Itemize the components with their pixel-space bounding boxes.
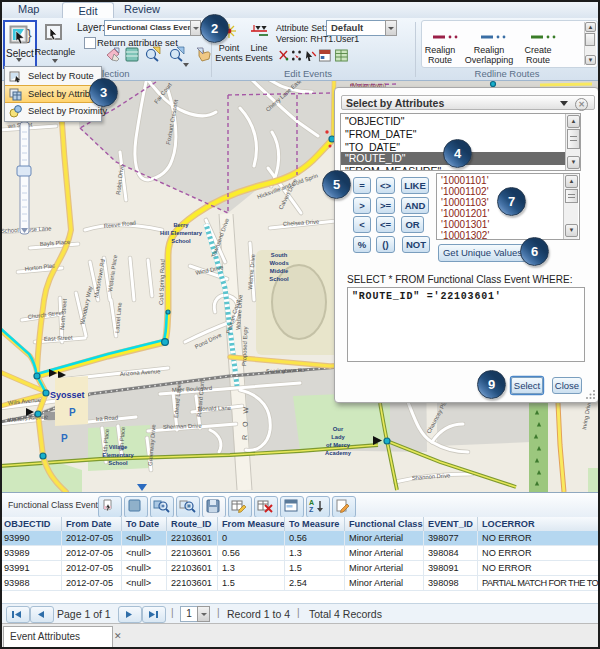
- svg-text:P: P: [69, 407, 76, 418]
- svg-text:Hill Elementary: Hill Elementary: [160, 230, 203, 236]
- svg-text:}: }: [27, 27, 32, 43]
- svg-text:South: South: [271, 252, 288, 258]
- svg-text:of Mercy: of Mercy: [326, 442, 351, 448]
- svg-text:Elementary: Elementary: [102, 452, 134, 458]
- svg-text:School: School: [108, 460, 128, 466]
- svg-text:Village: Village: [109, 444, 128, 450]
- svg-text:Academy: Academy: [325, 450, 352, 456]
- svg-text:School: School: [171, 238, 191, 244]
- svg-text:School: School: [269, 276, 289, 282]
- svg-text:Woods: Woods: [269, 260, 288, 266]
- svg-text:P: P: [61, 433, 68, 444]
- svg-text:Z: Z: [309, 506, 314, 513]
- svg-text:R O W: R O W: [241, 404, 249, 440]
- svg-text:Syosset: Syosset: [50, 390, 85, 400]
- svg-text:Our: Our: [333, 426, 344, 432]
- svg-text:A: A: [309, 499, 314, 506]
- svg-text:Berry: Berry: [173, 222, 189, 228]
- svg-text:Middle: Middle: [270, 268, 289, 274]
- svg-text:Lady: Lady: [331, 434, 345, 440]
